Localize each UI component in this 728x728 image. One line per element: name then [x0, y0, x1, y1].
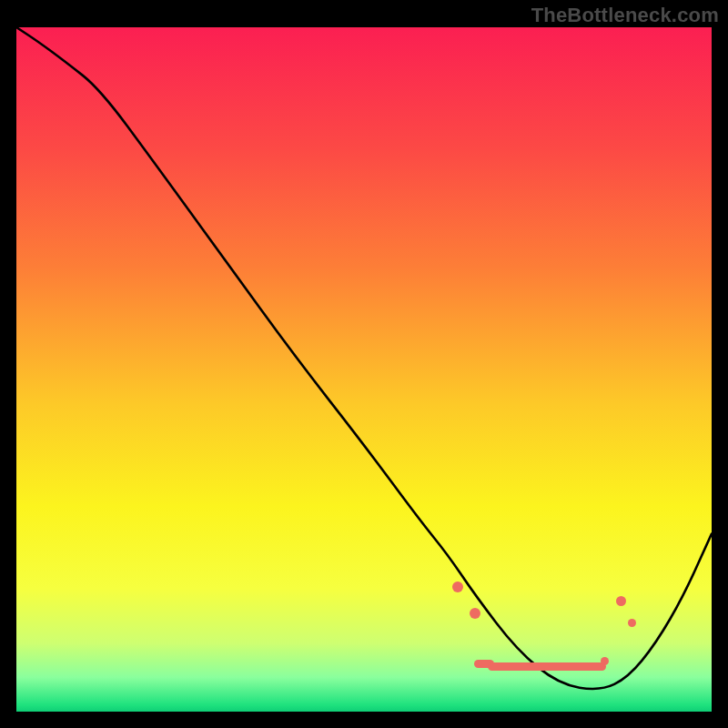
plot-svg: [16, 27, 712, 712]
highlight-pill: [488, 662, 606, 671]
heat-background: [16, 27, 712, 712]
highlight-dot: [628, 619, 636, 627]
chart-frame: TheBottleneck.com: [0, 0, 728, 728]
watermark-text: TheBottleneck.com: [531, 4, 719, 27]
highlight-dot: [616, 596, 626, 606]
highlight-dot: [601, 657, 609, 665]
plot-area: [16, 27, 712, 712]
